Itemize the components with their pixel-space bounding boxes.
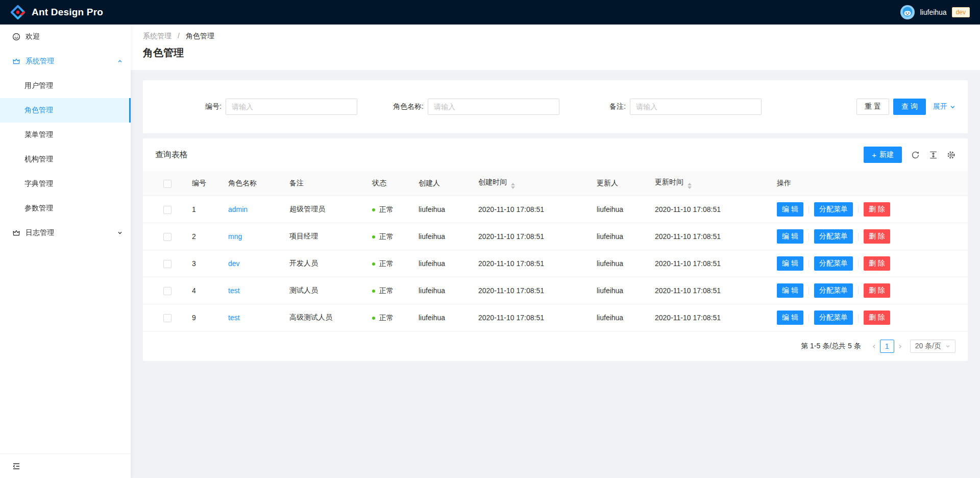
sidebar-subitem[interactable]: 用户管理 (0, 74, 131, 98)
action-divider (858, 287, 859, 295)
crown-icon (12, 57, 20, 65)
sidebar-subitem[interactable]: 机构管理 (0, 147, 131, 172)
assign-menu-button[interactable]: 分配菜单 (814, 202, 853, 217)
row-checkbox[interactable] (163, 314, 172, 322)
role-name-link[interactable]: dev (228, 259, 240, 268)
user-menu[interactable]: liufeihua dev (900, 5, 970, 19)
menu-fold-icon[interactable] (12, 462, 20, 470)
crown-icon (12, 229, 20, 237)
cell-updated: 2020-11-10 17:08:51 (647, 223, 769, 250)
cell-status: 正常 (364, 223, 410, 250)
pagination-total: 第 1-5 条/总共 5 条 (801, 342, 861, 351)
select-all-checkbox[interactable] (163, 180, 172, 188)
row-select-cell (143, 196, 184, 223)
delete-button[interactable]: 删 除 (864, 202, 890, 217)
sidebar-item-system[interactable]: 系统管理 (0, 49, 131, 74)
breadcrumb-current: 角色管理 (186, 32, 214, 40)
table-row: 1admin超级管理员正常liufeihua2020-11-10 17:08:5… (143, 196, 968, 223)
column-header-creator: 创建人 (410, 171, 470, 196)
cell-status: 正常 (364, 304, 410, 331)
cell-id: 1 (184, 196, 220, 223)
cell-remark: 项目经理 (281, 223, 364, 250)
role-name-link[interactable]: test (228, 314, 240, 322)
row-checkbox[interactable] (163, 233, 172, 241)
logo[interactable]: Ant Design Pro (10, 5, 103, 20)
status-badge: 正常 (372, 286, 394, 296)
column-header-updated[interactable]: 更新时间 (647, 171, 769, 196)
status-text: 正常 (379, 286, 394, 296)
assign-menu-button[interactable]: 分配菜单 (814, 310, 853, 325)
sorter-icon[interactable] (511, 183, 515, 189)
status-dot-icon (372, 317, 375, 320)
search-input[interactable] (226, 99, 357, 115)
search-field: 角色名称: (357, 99, 559, 115)
query-button[interactable]: 查 询 (893, 99, 926, 115)
column-header-created[interactable]: 创建时间 (470, 171, 589, 196)
sidebar-subitem[interactable]: 字典管理 (0, 172, 131, 196)
row-checkbox[interactable] (163, 287, 172, 295)
sidebar-subitem-label: 字典管理 (24, 179, 53, 188)
sidebar-subitem[interactable]: 菜单管理 (0, 123, 131, 147)
reset-button[interactable]: 重 置 (856, 99, 889, 115)
assign-menu-button[interactable]: 分配菜单 (814, 283, 853, 298)
reload-icon[interactable] (911, 151, 920, 159)
assign-menu-button[interactable]: 分配菜单 (814, 229, 853, 244)
search-actions: 重 置 查 询 展开 (852, 99, 955, 115)
cell-created: 2020-11-10 17:08:51 (470, 277, 589, 304)
sidebar-item-log[interactable]: 日志管理 (0, 221, 131, 245)
action-divider (858, 233, 859, 241)
avatar (900, 5, 915, 19)
role-name-link[interactable]: mng (228, 232, 242, 241)
page-size-value: 20 条/页 (915, 342, 941, 351)
edit-button[interactable]: 编 辑 (777, 256, 803, 271)
sidebar-item-welcome[interactable]: 欢迎 (0, 25, 131, 49)
cell-updater: liufeihua (589, 277, 647, 304)
edit-button[interactable]: 编 辑 (777, 310, 803, 325)
cell-remark: 高级测试人员 (281, 304, 364, 331)
table-header-row: 编号 角色名称 备注 状态 创建人 创建时间 更新人 更新时间 操作 (143, 171, 968, 196)
role-name-link[interactable]: admin (228, 205, 248, 213)
edit-button[interactable]: 编 辑 (777, 229, 803, 244)
search-field: 编号: (155, 99, 357, 115)
delete-button[interactable]: 删 除 (864, 283, 890, 298)
new-button[interactable]: + 新建 (864, 147, 902, 163)
search-form-card: 编号:角色名称:备注: 重 置 查 询 展开 (143, 80, 968, 133)
cell-created: 2020-11-10 17:08:51 (470, 250, 589, 277)
chevron-right-icon[interactable] (897, 344, 903, 349)
status-text: 正常 (379, 259, 394, 269)
status-badge: 正常 (372, 232, 394, 242)
role-name-link[interactable]: test (228, 286, 240, 295)
row-checkbox[interactable] (163, 206, 172, 214)
search-input[interactable] (428, 99, 559, 115)
delete-button[interactable]: 删 除 (864, 256, 890, 271)
sidebar-subitem[interactable]: 角色管理 (0, 98, 131, 123)
density-icon[interactable] (929, 151, 938, 159)
expand-toggle[interactable]: 展开 (933, 102, 955, 111)
assign-menu-button[interactable]: 分配菜单 (814, 256, 853, 271)
search-field-label: 编号: (155, 102, 226, 111)
status-badge: 正常 (372, 259, 394, 269)
cell-updater: liufeihua (589, 223, 647, 250)
page-size-select[interactable]: 20 条/页 (910, 340, 955, 353)
page-number-button[interactable]: 1 (880, 340, 894, 353)
breadcrumb-parent[interactable]: 系统管理 (143, 32, 172, 40)
action-divider (808, 233, 809, 241)
edit-button[interactable]: 编 辑 (777, 283, 803, 298)
cell-updated: 2020-11-10 17:08:51 (647, 304, 769, 331)
edit-button[interactable]: 编 辑 (777, 202, 803, 217)
chevron-left-icon[interactable] (871, 344, 877, 349)
cell-creator: liufeihua (410, 196, 470, 223)
cell-role-name: admin (220, 196, 281, 223)
delete-button[interactable]: 删 除 (864, 310, 890, 325)
settings-gear-icon[interactable] (947, 151, 955, 159)
search-input[interactable] (630, 99, 762, 115)
cell-updater: liufeihua (589, 196, 647, 223)
sorter-icon[interactable] (688, 183, 692, 189)
table-body: 1admin超级管理员正常liufeihua2020-11-10 17:08:5… (143, 196, 968, 331)
status-badge: 正常 (372, 205, 394, 214)
chevron-up-icon (117, 59, 122, 64)
delete-button[interactable]: 删 除 (864, 229, 890, 244)
sidebar-subitem[interactable]: 参数管理 (0, 196, 131, 221)
row-checkbox[interactable] (163, 260, 172, 268)
cell-created: 2020-11-10 17:08:51 (470, 223, 589, 250)
